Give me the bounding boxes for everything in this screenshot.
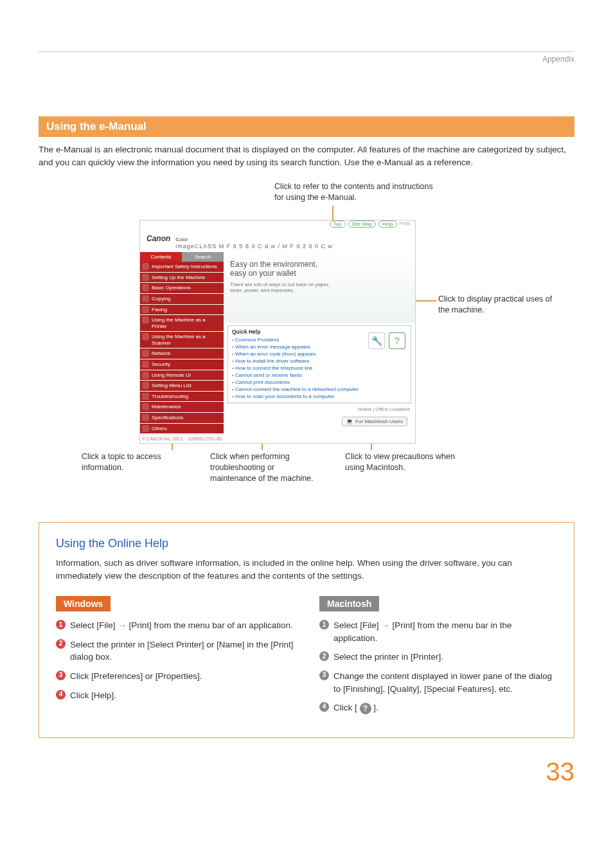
plus-icon bbox=[142, 425, 149, 432]
sidebar-item[interactable]: Copying bbox=[140, 294, 224, 305]
win-step-4: 4Click [Help]. bbox=[56, 689, 294, 702]
header-appendix: Appendix bbox=[542, 55, 574, 64]
question-icon[interactable]: ? bbox=[389, 332, 405, 349]
warning-icon bbox=[142, 263, 149, 270]
sidebar-item[interactable]: Network bbox=[140, 348, 224, 359]
emanual-window: Top Site Map Help Print Canon Color imag… bbox=[139, 220, 416, 444]
step-num-icon: 4 bbox=[56, 690, 66, 700]
steps-macintosh: 1Select [File] → [Print] from the menu b… bbox=[319, 619, 557, 714]
copy-icon bbox=[142, 295, 149, 302]
hero-text: There are lots of ways to cut back on pa… bbox=[230, 282, 333, 293]
step-num-icon: 3 bbox=[56, 671, 66, 680]
network-icon bbox=[142, 350, 149, 357]
sidebar-item[interactable]: Using the Machine as a Scanner bbox=[140, 332, 224, 348]
emanual-sidebar: Contents Search Important Safety Instruc… bbox=[140, 252, 224, 443]
hero-title: Easy on the environment, easy on your wa… bbox=[230, 260, 409, 278]
section-banner: Using the e-Manual bbox=[39, 116, 574, 137]
sidebar-item[interactable]: Setting Up the Machine bbox=[140, 273, 224, 284]
sidebar-item[interactable]: Security bbox=[140, 359, 224, 370]
figure-emanual: Click to refer to the contents and instr… bbox=[56, 181, 557, 503]
tab-contents[interactable]: Contents bbox=[140, 252, 182, 262]
win-step-1: 1Select [File] → [Print] from the menu b… bbox=[56, 619, 294, 632]
emanual-topbar: Top Site Map Help Print bbox=[140, 221, 415, 230]
mac-step-1: 1Select [File] → [Print] from the menu b… bbox=[319, 619, 557, 644]
mac-step-4: 4Click [ ? ]. bbox=[319, 701, 557, 714]
spec-icon bbox=[142, 414, 149, 421]
sidebar-item[interactable]: Important Safety Instructions bbox=[140, 262, 224, 273]
quick-item[interactable]: Cannot send or receive faxes bbox=[232, 372, 407, 379]
tab-search[interactable]: Search bbox=[182, 252, 224, 262]
help-title: Using the Online Help bbox=[56, 537, 557, 550]
quick-item[interactable]: Cannot connect the machine to a networke… bbox=[232, 386, 407, 393]
topbar-help[interactable]: Help bbox=[378, 221, 396, 228]
annot-top: Click to refer to the contents and instr… bbox=[274, 181, 435, 203]
step-num-icon: 4 bbox=[319, 702, 329, 712]
security-icon bbox=[142, 361, 149, 368]
col-windows: Windows 1Select [File] → [Print] from th… bbox=[56, 596, 294, 720]
sidebar-item[interactable]: Maintenance bbox=[140, 402, 224, 413]
quick-item[interactable]: How to install the driver software bbox=[232, 357, 407, 365]
quick-item[interactable]: When an error code (#xxx) appears bbox=[232, 350, 407, 357]
step-num-icon: 1 bbox=[319, 620, 329, 629]
sidebar-item[interactable]: Specifications bbox=[140, 413, 224, 424]
annot-bottom-left: Click a topic to access information. bbox=[82, 451, 191, 473]
remote-icon bbox=[142, 372, 149, 379]
quick-item[interactable]: How to connect the telephone line bbox=[232, 365, 407, 372]
sidebar-list: Important Safety Instructions Setting Up… bbox=[140, 262, 224, 434]
basic-icon bbox=[142, 284, 149, 291]
annot-bottom-right: Click to view precautions when using Mac… bbox=[345, 451, 467, 473]
sidebar-item[interactable]: Setting Menu List bbox=[140, 381, 224, 392]
setup-icon bbox=[142, 274, 149, 281]
wrench-icon[interactable]: 🔧 bbox=[368, 332, 385, 349]
sidebar-item[interactable]: Using the Machine as a Printer bbox=[140, 315, 224, 332]
rule-top bbox=[39, 51, 574, 52]
step-num-icon: 1 bbox=[56, 620, 66, 629]
mac-users-button[interactable]: 💻For Macintosh Users bbox=[342, 417, 407, 426]
sidebar-item[interactable]: Using Remote UI bbox=[140, 370, 224, 381]
label-windows: Windows bbox=[56, 596, 111, 611]
quick-item[interactable]: Cannot print documents bbox=[232, 379, 407, 386]
step-num-icon: 2 bbox=[56, 639, 66, 649]
model-line: Color imageCLASS M F 8 5 8 0 C d w / M F… bbox=[175, 235, 333, 249]
sidebar-item[interactable]: Faxing bbox=[140, 305, 224, 316]
annot-bottom-center: Click when performing troubleshooting or… bbox=[210, 451, 319, 484]
quick-help-icons: 🔧 ? bbox=[368, 332, 405, 349]
emanual-header: Canon Color imageCLASS M F 8 5 8 0 C d w… bbox=[140, 230, 415, 252]
section-intro: The e-Manual is an electronic manual doc… bbox=[39, 143, 574, 168]
step-num-icon: 2 bbox=[319, 651, 329, 661]
sidebar-footer: © CANON Inc. 2013 USRM2-2791-00 bbox=[140, 434, 224, 443]
maintenance-icon bbox=[142, 403, 149, 410]
steps-windows: 1Select [File] → [Print] from the menu b… bbox=[56, 619, 294, 701]
sidebar-item[interactable]: Troubleshooting bbox=[140, 392, 224, 402]
col-macintosh: Macintosh 1Select [File] → [Print] from … bbox=[319, 596, 557, 720]
mac-icon: 💻 bbox=[346, 419, 353, 424]
sidebar-item[interactable]: Basic Operations bbox=[140, 283, 224, 294]
topbar-print[interactable]: Print bbox=[400, 221, 410, 228]
brand-logo: Canon bbox=[147, 234, 170, 243]
printer-icon bbox=[142, 316, 149, 323]
step-num-icon: 3 bbox=[319, 671, 329, 680]
online-help-box: Using the Online Help Information, such … bbox=[39, 522, 574, 738]
emanual-footer: Notice | Office Locations bbox=[224, 403, 415, 415]
emanual-main: e-Manual Easy on the environment, easy o… bbox=[224, 252, 415, 443]
help-question-icon: ? bbox=[360, 703, 371, 714]
mac-step-3: 3Change the content displayed in lower p… bbox=[319, 670, 557, 695]
label-macintosh: Macintosh bbox=[319, 596, 379, 611]
topbar-sitemap[interactable]: Site Map bbox=[348, 221, 377, 228]
menu-icon bbox=[142, 382, 149, 389]
win-step-3: 3Click [Preferences] or [Properties]. bbox=[56, 670, 294, 683]
quick-item[interactable]: How to scan your documents to a computer bbox=[232, 393, 407, 400]
topbar-top[interactable]: Top bbox=[330, 221, 346, 228]
quick-help: Quick Help 🔧 ? Common Problems When an e… bbox=[227, 325, 411, 403]
page-number: 33 bbox=[39, 757, 574, 786]
scanner-icon bbox=[142, 333, 149, 340]
annot-right: Click to display practical uses of the m… bbox=[438, 294, 554, 316]
hero-area: Easy on the environment, easy on your wa… bbox=[224, 252, 415, 323]
win-step-2: 2Select the printer in [Select Printer] … bbox=[56, 638, 294, 664]
help-intro: Information, such as driver software inf… bbox=[56, 557, 557, 582]
troubleshoot-icon bbox=[142, 393, 149, 400]
fax-icon bbox=[142, 306, 149, 313]
mac-step-2: 2Select the printer in [Printer]. bbox=[319, 651, 557, 664]
sidebar-item[interactable]: Others bbox=[140, 424, 224, 435]
